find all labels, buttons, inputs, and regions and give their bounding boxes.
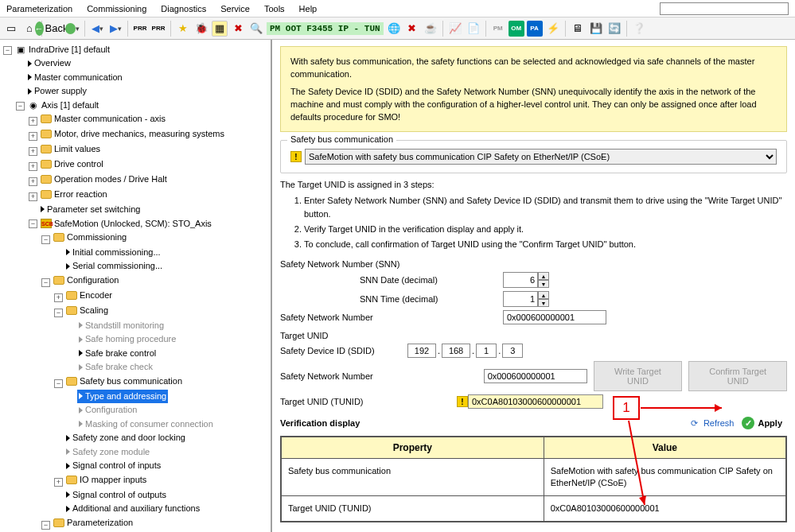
tree-safemotion[interactable]: SCBSafeMotion (Unlocked, SCM): STO_Axis <box>39 217 213 231</box>
tree-overview[interactable]: Overview <box>26 56 72 70</box>
snn-time-down[interactable]: ▼ <box>538 299 549 307</box>
menu-tools[interactable]: Tools <box>264 4 285 14</box>
pa-badge[interactable]: PA <box>527 21 543 37</box>
tree-axis[interactable]: ◉Axis [1] default <box>26 99 100 112</box>
sdid-octet-3[interactable] <box>476 344 497 358</box>
tree-commissioning[interactable]: Commissioning <box>52 231 128 244</box>
expand-icon[interactable]: + <box>29 132 37 141</box>
snn-time-spinner[interactable]: ▲▼ <box>503 291 549 307</box>
collapse-icon[interactable]: − <box>16 102 25 111</box>
favorite-icon[interactable]: ★ <box>175 21 191 37</box>
tree-master-comm[interactable]: Master communication <box>26 71 124 84</box>
collapse-icon[interactable]: − <box>3 46 12 55</box>
safety-bus-select[interactable]: SafeMotion with safety bus communication… <box>305 149 777 165</box>
doc-icon[interactable]: 📄 <box>466 21 481 37</box>
refresh-link[interactable]: Refresh <box>703 418 735 428</box>
prr1-icon[interactable]: PRR <box>132 21 148 37</box>
expand-icon[interactable]: + <box>29 147 37 156</box>
snn-time-input[interactable] <box>503 291 538 307</box>
expand-icon[interactable]: + <box>29 117 37 126</box>
nav-left-icon[interactable]: ◀ ▾ <box>89 21 105 37</box>
collapse-icon[interactable]: − <box>54 309 63 317</box>
help-icon[interactable]: ❔ <box>631 21 647 37</box>
tree-safety-bus[interactable]: Safety bus communication <box>64 375 184 388</box>
tree-signal-outputs[interactable]: Signal control of outputs <box>64 488 168 502</box>
tree-masking[interactable]: Masking of consumer connection <box>77 417 215 431</box>
tree-scaling[interactable]: Scaling <box>64 304 110 317</box>
collapse-icon[interactable]: − <box>54 379 63 388</box>
back-button[interactable]: ←Back ▾ <box>46 21 62 37</box>
apply-button[interactable]: ✓ Apply <box>737 415 787 431</box>
search-icon[interactable]: 🔍 <box>248 21 264 37</box>
coffee-icon[interactable]: ☕ <box>423 21 438 37</box>
pm-badge[interactable]: PM <box>490 21 506 37</box>
sdid-octet-2[interactable] <box>442 344 470 358</box>
sheet-icon[interactable]: ▦ <box>212 21 228 37</box>
tree-op-modes[interactable]: Operation modes / Drive Halt <box>39 173 169 186</box>
tree-param-set[interactable]: Parameter set switching <box>39 203 142 216</box>
floppy-icon[interactable]: 💾 <box>588 21 604 37</box>
menu-diagnostics[interactable]: Diagnostics <box>161 4 206 14</box>
tree-drive-control[interactable]: Drive control <box>39 157 105 171</box>
snn-date-down[interactable]: ▼ <box>538 280 549 288</box>
tree-signal-inputs[interactable]: Signal control of inputs <box>64 459 162 472</box>
tree-initial-comm[interactable]: Initial commissioning... <box>64 246 162 259</box>
tree-motor[interactable]: Motor, drive mechanics, measuring system… <box>39 127 226 141</box>
expand-icon[interactable]: + <box>54 478 63 487</box>
stop-icon[interactable]: ✖ <box>404 21 420 37</box>
tree-safe-brake-ctrl[interactable]: Safe brake control <box>77 347 158 360</box>
expand-icon[interactable]: + <box>29 177 37 186</box>
tree-limit[interactable]: Limit values <box>39 142 102 156</box>
sdid-octet-4[interactable] <box>502 344 523 358</box>
transfer-icon[interactable]: 🔄 <box>606 21 622 37</box>
tree-config[interactable]: Configuration <box>77 403 138 417</box>
sdid-octet-1[interactable] <box>407 344 436 358</box>
chart-icon[interactable]: 📈 <box>447 21 463 37</box>
tree-power-supply[interactable]: Power supply <box>26 84 88 98</box>
snn-date-input[interactable] <box>503 272 538 288</box>
tree-encoder[interactable]: Encoder <box>64 289 114 302</box>
collapse-icon[interactable]: − <box>29 219 37 228</box>
bug-icon[interactable]: 🐞 <box>193 21 209 37</box>
tree-io-mapper[interactable]: IO mapper inputs <box>64 473 148 487</box>
snn-time-up[interactable]: ▲ <box>538 291 549 299</box>
tunid-snn-value <box>484 369 587 383</box>
new-icon[interactable]: ▭ <box>3 21 19 37</box>
collapse-icon[interactable]: − <box>41 521 50 530</box>
nav-right-icon[interactable]: ▶ ▾ <box>107 21 123 37</box>
expand-icon[interactable]: + <box>29 192 37 201</box>
forward-button[interactable]: ▾ <box>64 21 80 37</box>
collapse-icon[interactable]: − <box>41 278 50 287</box>
expand-icon[interactable]: + <box>29 162 37 171</box>
menu-commissioning[interactable]: Commissioning <box>87 4 146 14</box>
menu-service[interactable]: Service <box>220 4 250 14</box>
tree-master-comm-axis[interactable]: Master communication - axis <box>39 112 167 126</box>
globe-icon[interactable]: 🌐 <box>386 21 402 37</box>
prr2-icon[interactable]: PRR <box>150 21 166 37</box>
tree-configuration[interactable]: Configuration <box>52 274 120 287</box>
tree-root[interactable]: ▣IndraDrive [1] default <box>14 43 111 56</box>
tree-parameterization[interactable]: Parameterization <box>52 516 134 530</box>
menu-parameterization[interactable]: Parameterization <box>6 4 72 14</box>
tree-safe-homing[interactable]: Safe homing procedure <box>77 332 177 346</box>
tree-safe-brake-check[interactable]: Safe brake check <box>77 360 154 374</box>
snn-date-up[interactable]: ▲ <box>538 272 549 280</box>
expand-icon[interactable]: + <box>54 293 63 302</box>
tree-safety-zone-mod[interactable]: Safety zone module <box>64 445 151 459</box>
computer-icon[interactable]: 🖥 <box>570 21 586 37</box>
refresh-icon[interactable]: ⟳ <box>689 417 700 429</box>
tree-safety-zone[interactable]: Safety zone and door locking <box>64 431 187 445</box>
menu-help[interactable]: Help <box>299 4 318 14</box>
tree-standstill[interactable]: Standstill monitoring <box>77 319 166 332</box>
tree-error-reaction[interactable]: Error reaction <box>39 188 109 201</box>
search-input[interactable] <box>660 2 789 15</box>
om-badge[interactable]: OM <box>509 21 524 37</box>
delete-icon[interactable]: ✖ <box>230 21 246 37</box>
tree-additional[interactable]: Additional and auxiliary functions <box>64 502 201 515</box>
snn-date-spinner[interactable]: ▲▼ <box>503 272 549 288</box>
collapse-icon[interactable]: − <box>41 235 50 244</box>
tree-serial-comm[interactable]: Serial commissioning... <box>64 259 164 273</box>
tree-type-addressing[interactable]: Type and addressing <box>77 390 168 403</box>
project-tree[interactable]: −▣IndraDrive [1] default Overview Master… <box>0 40 272 532</box>
lightning-icon[interactable]: ⚡ <box>545 21 561 37</box>
